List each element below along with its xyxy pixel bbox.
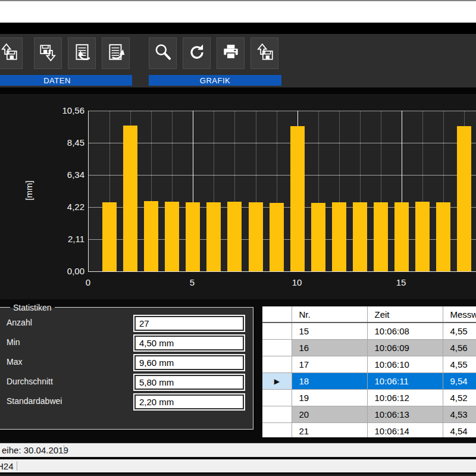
magnifier-icon xyxy=(153,42,173,65)
statistics-groupbox: Statistiken Anzahl Min Max Durchschnitt … xyxy=(0,307,253,430)
row-header-cell[interactable] xyxy=(262,322,292,340)
y-tick-label: 10,56 xyxy=(36,105,84,116)
table-row[interactable]: ▶1810:06:119,54 xyxy=(262,373,476,390)
bar xyxy=(206,202,221,271)
load-data-button[interactable] xyxy=(0,37,23,69)
cell-nr[interactable]: 21 xyxy=(292,423,367,438)
durchschnitt-field[interactable] xyxy=(134,375,244,390)
zoom-button[interactable] xyxy=(149,37,177,69)
cell-nr[interactable]: 16 xyxy=(292,340,367,356)
bar xyxy=(290,126,305,271)
save-data-button[interactable] xyxy=(34,37,62,69)
min-field[interactable] xyxy=(134,336,244,350)
status-bar-1: eihe: 30.04.2019 xyxy=(0,443,476,457)
row-header-cell[interactable] xyxy=(262,356,292,373)
bar xyxy=(102,202,117,271)
status-bar-2: H24 xyxy=(0,459,476,472)
column-header-messwert[interactable]: Messwe xyxy=(443,306,476,322)
toolbar: DATEN GRAFIK xyxy=(0,34,476,87)
anzahl-field[interactable] xyxy=(134,316,244,331)
column-header-nr[interactable]: Nr. xyxy=(292,306,367,322)
cell-messwert[interactable]: 4,54 xyxy=(443,423,476,438)
bar xyxy=(123,126,137,271)
floppy-arrow-up-icon xyxy=(0,42,19,65)
y-tick-label: 4,22 xyxy=(36,202,84,212)
cell-nr[interactable]: 19 xyxy=(292,390,367,406)
bar xyxy=(165,202,179,271)
status-device-text: H24 xyxy=(0,459,14,472)
max-label: Max xyxy=(7,357,22,367)
row-header-cell[interactable] xyxy=(262,423,292,438)
status-date-text: eihe: 30.04.2019 xyxy=(2,443,68,457)
cell-nr[interactable]: 17 xyxy=(292,356,367,373)
bar xyxy=(353,202,367,271)
cell-nr[interactable]: 18 xyxy=(292,373,367,390)
standardabweichung-label: Standardabwei xyxy=(7,396,62,406)
max-field[interactable] xyxy=(134,355,244,370)
cell-nr[interactable]: 15 xyxy=(292,322,367,340)
table-row[interactable]: 2010:06:134,53 xyxy=(262,406,476,423)
cell-messwert[interactable]: 4,55 xyxy=(443,356,476,373)
y-tick-label: 6,34 xyxy=(36,170,84,180)
table-row[interactable]: 1510:06:084,55 xyxy=(262,322,476,340)
measurement-table-body: 1510:06:084,551610:06:094,561710:06:104,… xyxy=(262,322,476,437)
row-header-column[interactable] xyxy=(262,306,292,322)
bar xyxy=(144,201,158,271)
import-report-button[interactable] xyxy=(68,37,96,69)
cell-zeit[interactable]: 10:06:09 xyxy=(367,340,443,356)
column-header-zeit[interactable]: Zeit xyxy=(367,306,443,322)
table-row[interactable]: 1910:06:124,52 xyxy=(262,390,476,406)
x-tick-label: 15 xyxy=(392,277,410,289)
row-header-cell[interactable] xyxy=(262,340,292,356)
bar xyxy=(186,202,200,271)
anzahl-label: Anzahl xyxy=(7,318,32,327)
floppy-arrow-up-icon xyxy=(255,42,275,65)
gridline-h xyxy=(89,175,476,176)
row-header-cell[interactable] xyxy=(262,406,292,423)
header-separator xyxy=(0,23,476,34)
print-graph-button[interactable] xyxy=(217,37,245,69)
bar xyxy=(311,203,325,271)
cell-nr[interactable]: 20 xyxy=(292,406,367,423)
x-tick-label: 5 xyxy=(183,277,201,289)
grafik-label: GRAFIK xyxy=(200,76,230,85)
cell-messwert[interactable]: 4,52 xyxy=(443,390,476,406)
refresh-graph-button[interactable] xyxy=(183,37,211,69)
cell-zeit[interactable]: 10:06:13 xyxy=(367,406,443,423)
cell-messwert[interactable]: 4,55 xyxy=(443,322,476,340)
bar xyxy=(227,202,242,271)
bar xyxy=(249,202,263,271)
table-row[interactable]: 1610:06:094,56 xyxy=(262,340,476,356)
standardabweichung-field[interactable] xyxy=(134,394,244,409)
export-report-button[interactable] xyxy=(102,37,130,69)
recycle-icon xyxy=(187,42,207,65)
durchschnitt-label: Durchschnitt xyxy=(7,377,53,386)
bar xyxy=(374,202,388,271)
cell-zeit[interactable]: 10:06:10 xyxy=(367,356,443,373)
document-arrow-in-icon xyxy=(72,42,92,65)
floppy-arrow-down-icon xyxy=(38,42,58,65)
status-separator xyxy=(64,445,64,455)
y-tick-label: 0,00 xyxy=(36,266,84,277)
title-menu-area xyxy=(0,1,476,23)
gridline-h xyxy=(89,143,476,143)
gridline-h xyxy=(89,111,476,111)
current-row-indicator[interactable]: ▶ xyxy=(262,373,292,390)
cell-zeit[interactable]: 10:06:11 xyxy=(367,373,443,390)
daten-label: DATEN xyxy=(43,76,71,85)
x-tick-label: 0 xyxy=(79,277,97,289)
cell-zeit[interactable]: 10:06:14 xyxy=(367,423,443,438)
cell-zeit[interactable]: 10:06:12 xyxy=(367,390,443,406)
bar xyxy=(415,202,430,271)
row-header-cell[interactable] xyxy=(262,390,292,406)
cell-zeit[interactable]: 10:06:08 xyxy=(367,322,443,340)
y-tick-label: 2,11 xyxy=(36,234,84,245)
printer-icon xyxy=(221,42,241,65)
table-row[interactable]: 1710:06:104,55 xyxy=(262,356,476,373)
cell-messwert[interactable]: 4,53 xyxy=(443,406,476,423)
table-row[interactable]: 2110:06:144,54 xyxy=(262,423,476,438)
cell-messwert[interactable]: 4,56 xyxy=(443,340,476,356)
cell-messwert[interactable]: 9,54 xyxy=(443,373,476,390)
app-window: DATEN GRAFIK [mm] Statistiken Anzahl Min… xyxy=(0,0,476,476)
save-graph-button[interactable] xyxy=(250,37,278,69)
